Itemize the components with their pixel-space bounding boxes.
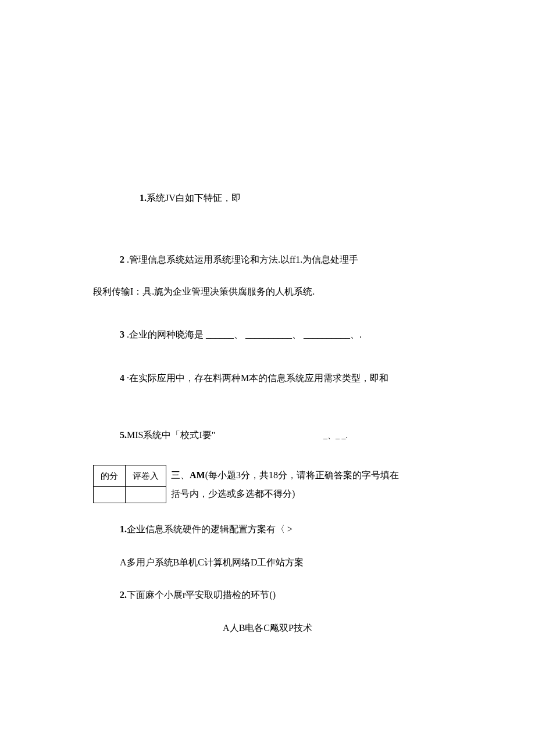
fill-blank-q1: 1.系统JV白如下特怔，即 [140, 192, 442, 205]
section-3-line2: 括号内，少选或多选都不得分) [171, 485, 399, 503]
grader-label-cell: 评卷入 [126, 465, 166, 487]
score-value-cell [94, 487, 126, 503]
q3-text: .企业的网种晓海是 ______、 __________、 __________… [124, 329, 362, 339]
q2-line1-text: .管理信息系统姑运用系统理论和方法.以ff1.为信息处理手 [124, 255, 358, 264]
q2-line2-text: 段利传输I：具.旎为企业管理决策供腐服务的人机系统. [93, 286, 315, 296]
q2-number: 2 [120, 255, 124, 264]
q4-text: ·在实际应用中，存在料两种M本的信息系统应用需求类型，即和 [124, 373, 388, 383]
mc1-question-text: 企业信息系统硬件的逻辑配置方案有〈 > [127, 524, 293, 534]
mc2-options: A人B电各C飚双P技术 [93, 622, 442, 635]
q1-number: 1. [140, 193, 147, 203]
q5-text: MIS系统中「校式I要" [127, 430, 215, 440]
q5-blanks: _、_ _. [323, 430, 442, 442]
mc2-number: 2. [120, 590, 127, 600]
q3-number: 3 [120, 329, 124, 339]
mc2-question-text: 下面麻个小展r平安取叨措检的环节() [127, 590, 276, 600]
fill-blank-q2-line2: 段利传输I：具.旎为企业管理决策供腐服务的人机系统. [93, 285, 442, 298]
score-table: 的分 评卷入 [93, 465, 166, 503]
grader-value-cell [126, 487, 166, 503]
exam-page: 1.系统JV白如下特怔，即 2 .管理信息系统姑运用系统理论和方法.以ff1.为… [0, 0, 535, 712]
section-3-instructions: 三、AM(每小题3分，共18分，请将正确答案的字号填在 括号内，少选或多选都不得… [166, 465, 399, 503]
score-label-cell: 的分 [94, 465, 126, 487]
multiple-choice-q2: 2.下面麻个小展r平安取叨措检的环节() [120, 589, 442, 601]
section-3-line1: 三、AM(每小题3分，共18分，请将正确答案的字号填在 [171, 466, 399, 485]
fill-blank-q2-line1: 2 .管理信息系统姑运用系统理论和方法.以ff1.为信息处理手 [120, 253, 442, 266]
section-3-prefix: 三、 [171, 470, 190, 480]
fill-blank-q5: 5.MIS系统中「校式I要" _、_ _. [120, 429, 442, 442]
q5-number: 5. [120, 430, 127, 440]
section-3-instr-text1: (每小题3分，共18分，请将正确答案的字号填在 [205, 470, 399, 480]
q1-text: 系统JV白如下特怔，即 [147, 193, 241, 203]
fill-blank-q3: 3 .企业的网种晓海是 ______、 __________、 ________… [120, 328, 442, 341]
table-row [94, 487, 166, 503]
mc1-number: 1. [120, 524, 127, 534]
section-3-type: AM [190, 470, 205, 480]
q4-number: 4 [120, 373, 124, 383]
table-row: 的分 评卷入 [94, 465, 166, 487]
section-3-header: 的分 评卷入 三、AM(每小题3分，共18分，请将正确答案的字号填在 括号内，少… [93, 465, 442, 503]
fill-blank-q4: 4 ·在实际应用中，存在料两种M本的信息系统应用需求类型，即和 [120, 372, 442, 385]
mc1-options: A多用户系统B单机C计算机网络D工作站方案 [120, 556, 442, 569]
multiple-choice-q1: 1.企业信息系统硬件的逻辑配置方案有〈 > [120, 523, 442, 536]
